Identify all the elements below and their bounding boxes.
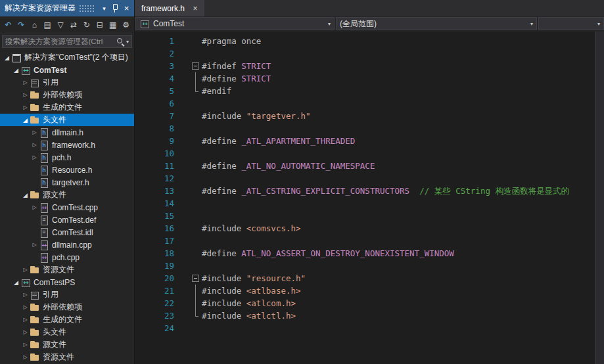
collapsed-arrow-icon[interactable]: ▷ — [30, 154, 39, 160]
tree-item[interactable]: ComTest.idl — [0, 226, 134, 239]
line-number: 11 — [135, 160, 174, 172]
tree-item[interactable]: ◢源文件 — [0, 189, 134, 201]
line-number: 15 — [135, 210, 174, 222]
collapsed-arrow-icon[interactable]: ▷ — [30, 242, 39, 248]
collapsed-arrow-icon[interactable]: ▷ — [21, 329, 30, 335]
code-text: #define _ATL_APARTMENT_THREADED — [202, 135, 355, 147]
header-file-icon — [39, 177, 49, 188]
tab-close-icon[interactable]: × — [191, 4, 200, 13]
search-input[interactable] — [3, 37, 116, 45]
code-line: 15 — [135, 210, 595, 222]
tree-item[interactable]: ▷dllmain.cpp — [0, 239, 134, 251]
line-number: 24 — [135, 322, 174, 334]
sync-with-active-document-icon[interactable]: ⇄ — [68, 19, 80, 32]
line-number: 16 — [135, 222, 174, 235]
tree-item[interactable]: ▷dllmain.h — [0, 126, 134, 139]
tree-item[interactable]: pch.cpp — [0, 251, 134, 263]
scope-dropdown-value: (全局范围) — [340, 18, 377, 30]
tree-item[interactable]: ▷framework.h — [0, 139, 134, 151]
show-all-files-icon[interactable]: ▦ — [106, 19, 119, 32]
tree-item[interactable]: ▷头文件 — [0, 326, 134, 338]
code-line: 1#pragma once — [135, 35, 595, 47]
properties-icon[interactable]: ⚙ — [120, 19, 132, 32]
tree-item[interactable]: ▷外部依赖项 — [0, 89, 134, 101]
window-position-icon[interactable]: ▾ — [99, 3, 110, 14]
code-text: #include "targetver.h" — [202, 110, 311, 122]
tree-item[interactable]: ◢ComTestPS — [0, 276, 134, 288]
tree-item[interactable]: ComTest.def — [0, 214, 134, 226]
switch-views-icon[interactable]: ▤ — [41, 19, 54, 32]
tree-item[interactable]: ◢解决方案"ComTest"(2 个项目) — [0, 51, 134, 64]
tree-item[interactable]: ◢ComTest — [0, 64, 134, 76]
tree-item-label: ComTest.cpp — [52, 203, 98, 212]
collapsed-arrow-icon[interactable]: ▷ — [30, 142, 39, 148]
project-dropdown[interactable]: ComTest ▾ — [135, 17, 335, 30]
search-options-chevron-icon[interactable]: ▾ — [125, 39, 131, 45]
fold-margin — [191, 210, 202, 222]
tree-item[interactable]: ▷生成的文件 — [0, 313, 134, 326]
collapsed-arrow-icon[interactable]: ▷ — [21, 267, 30, 273]
code-text: #include "resource.h" — [202, 272, 306, 284]
fold-collapse-icon[interactable] — [191, 60, 202, 72]
tree-item[interactable]: ▷引用 — [0, 288, 134, 301]
collapsed-arrow-icon[interactable]: ▷ — [21, 304, 30, 310]
pin-icon[interactable] — [110, 3, 121, 14]
tree-item[interactable]: ▷pch.h — [0, 151, 134, 164]
tree-item[interactable]: Resource.h — [0, 164, 134, 176]
search-icon[interactable] — [116, 37, 125, 46]
collapse-all-icon[interactable]: ⊟ — [93, 19, 106, 32]
collapsed-arrow-icon[interactable]: ▷ — [21, 104, 30, 110]
expanded-arrow-icon[interactable]: ◢ — [3, 55, 11, 61]
back-icon[interactable]: ↶ — [2, 19, 14, 32]
code-text: #include <atlbase.h> — [202, 284, 301, 297]
fold-guide — [191, 297, 202, 309]
code-line: 17 — [135, 235, 595, 247]
line-number: 13 — [135, 185, 174, 197]
collapsed-arrow-icon[interactable]: ▷ — [21, 354, 30, 360]
collapsed-arrow-icon[interactable]: ▷ — [30, 129, 39, 135]
collapsed-arrow-icon[interactable]: ▷ — [30, 204, 39, 210]
folder-icon — [30, 190, 40, 200]
member-dropdown[interactable]: ▾ — [538, 17, 604, 30]
expanded-arrow-icon[interactable]: ◢ — [12, 67, 20, 74]
collapsed-arrow-icon[interactable]: ▷ — [21, 80, 30, 85]
tree-item-label: 生成的文件 — [43, 314, 82, 325]
expanded-arrow-icon[interactable]: ◢ — [21, 192, 30, 198]
close-icon[interactable]: × — [121, 3, 132, 14]
tree-item[interactable]: ▷资源文件 — [0, 263, 134, 276]
tree-item[interactable]: ▷ComTest.cpp — [0, 201, 134, 214]
def-file-icon — [39, 215, 49, 225]
fold-collapse-icon[interactable] — [191, 272, 202, 284]
tab-label: framework.h — [141, 4, 185, 13]
scope-dropdown[interactable]: (全局范围) ▾ — [336, 17, 537, 30]
titlebar-grip[interactable] — [79, 5, 95, 12]
fold-margin — [191, 47, 202, 60]
tree-item[interactable]: ◢头文件 — [0, 114, 134, 126]
collapsed-arrow-icon[interactable]: ▷ — [21, 292, 30, 298]
pending-changes-filter-icon[interactable]: ▽ — [55, 19, 67, 32]
tree-item[interactable]: targetver.h — [0, 176, 134, 189]
code-text: #endif — [202, 85, 231, 97]
tree-item[interactable]: ▷引用 — [0, 76, 134, 89]
fold-margin — [191, 147, 202, 160]
tree-item[interactable]: ▷外部依赖项 — [0, 301, 134, 313]
line-number: 7 — [135, 110, 174, 122]
references-icon — [30, 78, 40, 88]
vcxproj-icon — [139, 18, 150, 29]
tab-framework-h[interactable]: framework.h × — [135, 0, 204, 16]
collapsed-arrow-icon[interactable]: ▷ — [21, 92, 30, 98]
code-editor[interactable]: 1#pragma once23#ifndef STRICT4#define ST… — [135, 32, 595, 364]
collapsed-arrow-icon[interactable]: ▷ — [21, 317, 30, 323]
tree-item[interactable]: ▷源文件 — [0, 338, 134, 351]
collapsed-arrow-icon[interactable]: ▷ — [21, 342, 30, 348]
expanded-arrow-icon[interactable]: ◢ — [21, 117, 30, 124]
tree-item[interactable]: ▷生成的文件 — [0, 101, 134, 114]
folder-icon — [30, 115, 40, 125]
expanded-arrow-icon[interactable]: ◢ — [12, 279, 20, 286]
code-line: 11#define _ATL_NO_AUTOMATIC_NAMESPACE — [135, 160, 595, 172]
refresh-icon[interactable]: ↻ — [80, 19, 93, 32]
vertical-scrollbar[interactable] — [595, 32, 604, 364]
forward-icon[interactable]: ↷ — [15, 19, 28, 32]
tree-item[interactable]: ▷资源文件 — [0, 351, 134, 363]
home-icon[interactable]: ⌂ — [28, 19, 41, 32]
